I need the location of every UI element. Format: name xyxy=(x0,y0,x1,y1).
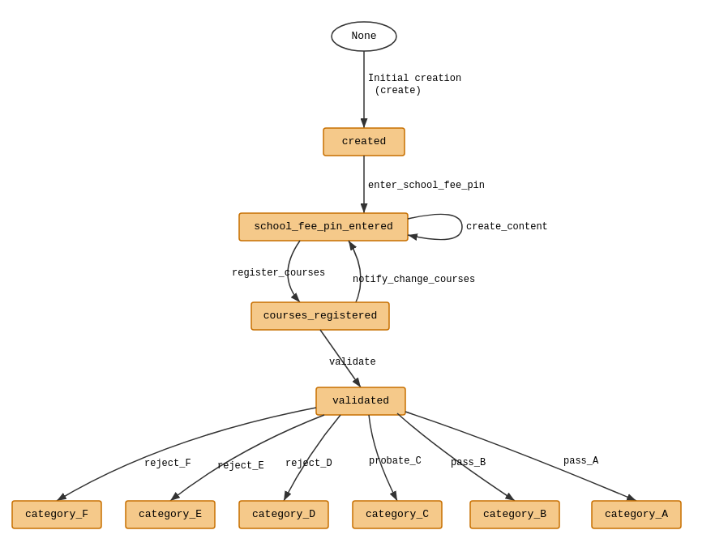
edge-label-initial-creation: Initial creation xyxy=(368,73,461,84)
edge-label-validate: validate xyxy=(329,357,376,368)
node-none-label: None xyxy=(351,30,376,42)
edge-sfpe-self xyxy=(408,214,462,239)
node-cr-label: courses_registered xyxy=(263,310,377,322)
node-sfpe-label: school_fee_pin_entered xyxy=(254,220,393,233)
edge-validated-catF xyxy=(57,408,316,501)
node-cate-label: category_E xyxy=(139,508,202,520)
edge-label-pass-b: pass_B xyxy=(451,457,486,468)
edge-label-pass-a: pass_A xyxy=(563,455,599,467)
diagram-canvas: None Initial creation (create) created e… xyxy=(0,0,728,560)
edge-label-reject-e: reject_E xyxy=(217,460,264,472)
node-cata-label: category_A xyxy=(605,508,668,520)
edge-label-notify-change-courses: notify_change_courses xyxy=(353,274,475,285)
edge-label-create-content: create_content xyxy=(466,221,548,233)
edge-validated-catA xyxy=(405,412,636,501)
node-catb-label: category_B xyxy=(483,508,546,520)
node-catf-label: category_F xyxy=(25,508,88,520)
node-catc-label: category_C xyxy=(366,508,429,520)
node-validated-label: validated xyxy=(332,395,389,407)
edge-label-create: (create) xyxy=(375,85,422,96)
node-created-label: created xyxy=(342,135,387,147)
edge-label-register-courses: register_courses xyxy=(232,267,325,279)
edge-label-reject-d: reject_D xyxy=(285,458,332,469)
node-catd-label: category_D xyxy=(252,508,315,520)
edge-label-enter-school-fee-pin: enter_school_fee_pin xyxy=(368,180,485,191)
edge-label-probate-c: probate_C xyxy=(369,455,422,467)
edge-label-reject-f: reject_F xyxy=(144,458,191,469)
